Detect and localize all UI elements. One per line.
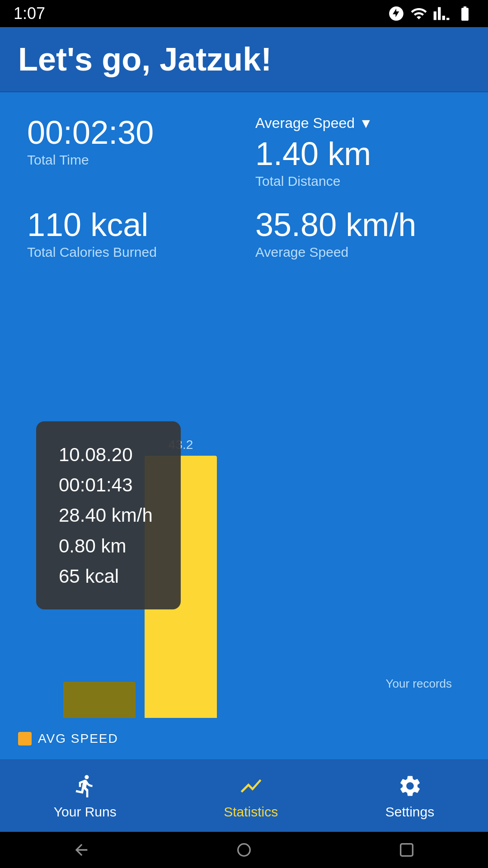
tooltip-time: 00:01:43 [59,470,158,500]
svg-point-0 [238,844,250,856]
chart-area: 43.2 10.08.20 00:01:43 28.40 km/h 0.80 k… [0,274,488,755]
bar-1 [63,682,136,718]
bar-tooltip: 10.08.20 00:01:43 28.40 km/h 0.80 km 65 … [36,421,181,609]
nav-item-statistics[interactable]: Statistics [206,768,296,824]
status-icons [388,5,474,22]
average-speed-value: 35.80 km/h [255,207,416,243]
average-speed-label: Average Speed [255,245,348,260]
chart-container: 43.2 10.08.20 00:01:43 28.40 km/h 0.80 k… [18,274,470,727]
android-recents-button[interactable] [393,836,420,863]
dropdown-label: Average Speed [255,115,355,132]
nav-statistics-label: Statistics [224,804,278,820]
svg-rect-1 [401,844,413,856]
bottom-nav: Your Runs Statistics Settings [0,760,488,832]
android-nav-bar [0,832,488,868]
running-icon [71,773,99,800]
nav-your-runs-label: Your Runs [54,804,117,820]
header-title: Let's go, Jatzuk! [18,41,470,78]
legend-text: AVG SPEED [38,731,118,746]
app-header: Let's go, Jatzuk! [0,27,488,92]
battery-icon [455,5,474,22]
status-bar: 1:07 [0,0,488,27]
main-content: 00:02:30 Total Time Average Speed ▼ 1.40… [0,92,488,760]
total-calories-label: Total Calories Burned [27,245,157,260]
wifi-icon [410,5,427,22]
nav-item-settings[interactable]: Settings [367,768,452,824]
dropdown-header[interactable]: Average Speed ▼ [255,115,373,132]
android-home-button[interactable] [230,836,258,863]
android-back-button[interactable] [68,836,95,863]
total-time-value: 00:02:30 [27,115,154,151]
chart-legend: AVG SPEED [18,727,470,750]
your-records-label: Your records [386,677,452,691]
total-distance-value: 1.40 km [255,136,371,172]
stat-total-calories: 110 kcal Total Calories Burned [18,203,242,264]
signal-icon [433,5,450,22]
stats-icon [237,773,264,800]
tooltip-calories: 65 kcal [59,561,158,591]
bar-group-1[interactable] [63,682,136,718]
settings-icon [396,773,423,800]
notification-icon [388,5,405,22]
tooltip-distance: 0.80 km [59,531,158,561]
nav-item-your-runs[interactable]: Your Runs [36,768,135,824]
tooltip-date: 10.08.20 [59,439,158,470]
chevron-down-icon: ▼ [359,116,373,131]
nav-settings-label: Settings [385,804,434,820]
legend-color-indicator [18,732,32,745]
total-distance-label: Total Distance [255,174,340,189]
stat-total-distance: Average Speed ▼ 1.40 km Total Distance [246,110,470,193]
total-time-label: Total Time [27,152,89,168]
tooltip-speed: 28.40 km/h [59,500,158,530]
status-time: 1:07 [14,4,45,23]
stats-grid: 00:02:30 Total Time Average Speed ▼ 1.40… [0,101,488,274]
stat-total-time: 00:02:30 Total Time [18,110,242,193]
total-calories-value: 110 kcal [27,207,148,243]
stat-average-speed: 35.80 km/h Average Speed [246,203,470,264]
